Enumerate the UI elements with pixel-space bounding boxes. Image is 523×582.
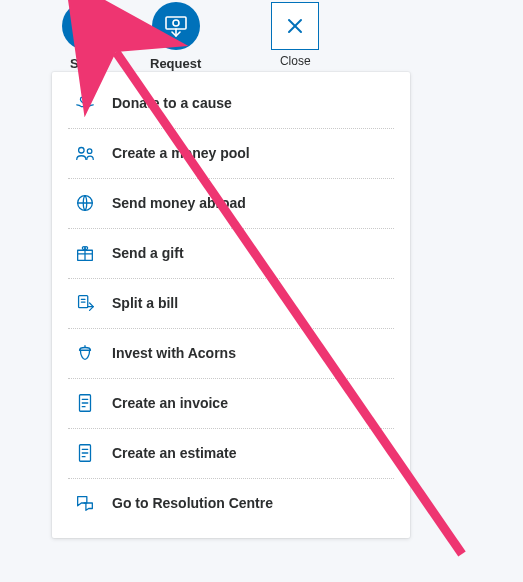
svg-rect-0 <box>76 24 96 36</box>
menu-label: Create a money pool <box>112 145 250 161</box>
menu-item-split-bill[interactable]: Split a bill <box>52 278 410 328</box>
menu-label: Create an estimate <box>112 445 237 461</box>
svg-point-4 <box>79 148 85 154</box>
top-actions: Send Request Close <box>0 0 523 71</box>
svg-rect-2 <box>166 17 186 29</box>
menu-item-send-gift[interactable]: Send a gift <box>52 228 410 278</box>
close-button[interactable]: Close <box>271 2 319 68</box>
svg-point-5 <box>87 149 92 154</box>
menu-item-money-pool[interactable]: Create a money pool <box>52 128 410 178</box>
estimate-icon <box>74 442 96 464</box>
acorn-icon <box>74 342 96 364</box>
menu-label: Donate to a cause <box>112 95 232 111</box>
request-icon <box>152 2 200 50</box>
close-icon <box>271 2 319 50</box>
request-button[interactable]: Request <box>150 2 201 71</box>
menu-label: Go to Resolution Centre <box>112 495 273 511</box>
menu-item-create-invoice[interactable]: Create an invoice <box>52 378 410 428</box>
close-label: Close <box>280 54 311 68</box>
menu-item-donate[interactable]: Donate to a cause <box>52 78 410 128</box>
split-icon <box>74 292 96 314</box>
actions-menu: Donate to a cause Create a money pool Se… <box>52 72 410 538</box>
svg-point-3 <box>173 20 179 26</box>
menu-item-send-abroad[interactable]: Send money abroad <box>52 178 410 228</box>
chat-icon <box>74 492 96 514</box>
gift-icon <box>74 242 96 264</box>
globe-icon <box>74 192 96 214</box>
svg-point-1 <box>83 27 89 33</box>
send-label: Send <box>70 56 102 71</box>
send-button[interactable]: Send <box>62 2 110 71</box>
menu-item-invest-acorns[interactable]: Invest with Acorns <box>52 328 410 378</box>
menu-label: Send a gift <box>112 245 184 261</box>
menu-item-resolution-centre[interactable]: Go to Resolution Centre <box>52 478 410 528</box>
people-icon <box>74 142 96 164</box>
menu-label: Invest with Acorns <box>112 345 236 361</box>
invoice-icon <box>74 392 96 414</box>
request-label: Request <box>150 56 201 71</box>
menu-label: Split a bill <box>112 295 178 311</box>
menu-item-create-estimate[interactable]: Create an estimate <box>52 428 410 478</box>
send-icon <box>62 2 110 50</box>
heart-hands-icon <box>74 92 96 114</box>
menu-label: Create an invoice <box>112 395 228 411</box>
menu-label: Send money abroad <box>112 195 246 211</box>
